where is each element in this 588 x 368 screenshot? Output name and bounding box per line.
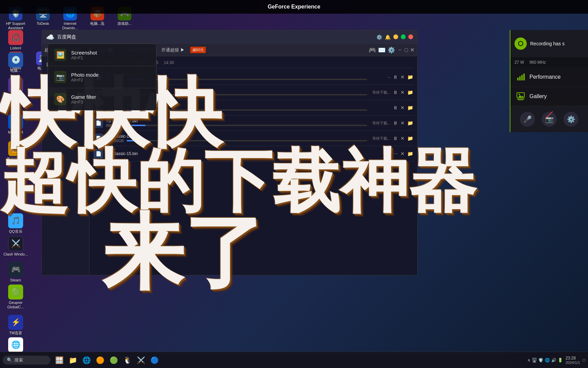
photomode-icon: 📷 [54,71,66,83]
actions-16: ⏸ ✕ 📁 [393,136,413,141]
nav-minimize[interactable]: － [397,46,403,53]
sidebar-icon-dianao[interactable]: 💿 电脑... [3,52,28,73]
cancel-btn-18[interactable]: ✕ [401,105,405,110]
taskbar-start[interactable]: 🪟 [53,354,65,366]
nav-icon-1[interactable]: 🎮 [369,46,376,54]
progress-16 [127,140,367,141]
taskbar-search[interactable]: 🔍 搜索 [3,356,50,365]
geforce-menu-performance[interactable]: Performance [510,67,588,87]
nav-icon-3[interactable]: ⚙️ [388,46,395,54]
cancel-btn-17[interactable]: ✕ [401,120,405,126]
window-minimize-btn[interactable] [393,34,398,39]
svg-rect-1 [519,76,521,80]
folder-btn-19[interactable]: 📁 [407,90,413,95]
geforce-settings-btn[interactable]: ⚙️ [564,112,578,127]
taskbar-qq[interactable]: 🐧 [121,354,133,366]
cam-icon: 📷 [545,115,554,123]
geforce-cam-btn[interactable]: 📷 [542,112,557,127]
taskbar-edge[interactable]: 🌐 [80,354,93,366]
folder-btn-16[interactable]: 📁 [407,136,413,141]
actions-18: ⏸ ✕ 📁 [393,105,413,110]
sidebar-icon-qqmusic[interactable]: 🎵 QQ音乐 [3,213,28,234]
actions-19: ⏸ ✕ 📁 [393,90,413,95]
download-size-17: 08/1.00GB [106,123,124,127]
taskbar-network-icon[interactable]: 🌐 [545,358,550,363]
status-17: 等待下载... [370,121,390,126]
taskbar: 🔍 搜索 🪟 📁 🌐 🟠 🟢 🐧 ⚔️ 🔵 ∧ 🖥️ 🛡️ 🌐 🔊 🔋 23:2… [0,352,588,368]
nav-close[interactable]: ✕ [410,47,414,53]
taskbar-battery-icon[interactable]: 🔋 [558,358,563,363]
sidebar-icon-edge[interactable]: 🌐 Microsoft Edge [3,114,28,139]
geforce-stats: 27 W 960 MHz [510,57,588,67]
screenshot-item-gamefilter[interactable]: 🎨 Game filter Alt+F3 [48,88,156,110]
taskbar-shield-icon[interactable]: 🛡️ [538,358,543,363]
folder-btn-15[interactable]: 📁 [407,151,413,156]
taskbar-app3[interactable]: ⚔️ [135,354,147,366]
sidebar-icon-geforce[interactable]: 🟢 Geuprer GlobalC... [3,285,28,309]
pause-btn-15[interactable]: ⋯ [393,151,398,156]
photomode-shortcut: Alt+F2 [71,78,99,82]
pause-btn-17[interactable]: ⏸ [393,120,398,126]
sidebar-icon-clash[interactable]: ⚔️ Clash Windo... [3,236,28,257]
folder-btn-18[interactable]: 📁 [407,105,413,110]
geforce-wattage: 27 W [514,60,524,65]
taskbar-notification[interactable]: □ [583,358,585,363]
sidebar-icon-sync[interactable]: 🔄 同步... [3,184,28,204]
search-label: 搜索 [14,357,23,363]
nav-maximize[interactable]: □ [405,47,408,53]
geforce-logo-char: ⬡ [518,40,523,47]
photomode-info: Photo mode Alt+F2 [71,72,99,82]
progress-17 [127,125,367,126]
status-19: 等待下载... [370,90,390,95]
pause-btn-18[interactable]: ⏸ [393,105,398,110]
taskbar-sound-icon[interactable]: 🔊 [551,358,556,363]
download-info-16: TS Classic-16.bin 08/1.00GB [106,134,367,143]
baidu-settings-icon[interactable]: ⚙️ [376,34,382,40]
taskbar-baidu[interactable]: 🔵 [148,354,161,366]
sidebar-icon-listeni[interactable]: 🎧 ListenI [3,30,28,50]
sidebar-icon-photo[interactable]: 🖼️ 图片|202... [3,141,28,162]
gamefilter-shortcut: Alt+F3 [71,100,96,105]
performance-icon [516,72,525,82]
status-16: 等待下载... [370,136,390,141]
sidebar-icon-steam[interactable]: 🎮 Steam [3,262,28,282]
folder-btn-1[interactable]: 📁 [407,74,413,80]
taskbar-icons: 🪟 📁 🌐 🟠 🟢 🐧 ⚔️ 🔵 [53,354,161,366]
sidebar-icon-chuanbo[interactable]: 📡 传播 [3,78,28,98]
cancel-btn-15[interactable]: ✕ [401,151,405,156]
mic-icon: 🎤 [523,115,532,123]
gamefilter-info: Game filter Alt+F3 [71,94,96,105]
folder-btn-17[interactable]: 📁 [407,120,413,126]
taskbar-task-icon[interactable]: 🖥️ [532,358,537,363]
download-name-17: TS Classic-17.bin [106,119,367,123]
pause-btn-16[interactable]: ⏸ [393,136,398,141]
taskbar-app2[interactable]: 🟢 [108,354,120,366]
download-icon-16: 📄 [94,134,103,143]
nav-icon-2[interactable]: ✉️ [378,46,386,54]
nav-discount[interactable]: 减60元 [190,47,206,53]
taskbar-explorer[interactable]: 📁 [67,354,79,366]
taskbar-chevron-icon[interactable]: ∧ [527,358,530,363]
download-name-16: TS Classic-16.bin [106,134,367,139]
taskbar-date: 2024/1/1 [566,361,580,365]
download-name-15: TS Classic-15.bin [106,151,367,156]
screenshot-shortcut: Alt+F1 [71,56,97,60]
window-maximize-btn[interactable] [401,34,406,39]
progress-19 [127,94,367,95]
sidebar-icon-thunder[interactable]: ⚡ TM迅雷 [3,315,28,335]
pause-btn-1[interactable]: ⏸ [393,74,398,80]
screenshot-item-photomode[interactable]: 📷 Photo mode Alt+F2 [48,66,156,88]
nav-kaitong[interactable]: 开通超级 ▶ [161,47,185,53]
cancel-btn-19[interactable]: ✕ [401,90,405,95]
screenshot-item-screenshot[interactable]: 🖼️ Screenshot Alt+F1 [48,44,156,66]
cancel-btn-16[interactable]: ✕ [401,136,405,141]
taskbar-app1[interactable]: 🟠 [94,354,106,366]
window-close-btn[interactable] [408,34,413,39]
geforce-menu-gallery[interactable]: Gallery [510,87,588,106]
pause-btn-19[interactable]: ⏸ [393,90,398,95]
geforce-mic-btn[interactable]: 🎤 [520,112,535,127]
geforce-recording-bar: ⬡ Recording has s [510,30,588,57]
baidu-bell-icon[interactable]: 🔔 [385,34,391,40]
download-info-17: TS Classic-17.bin 08/1.00GB [106,119,367,127]
cancel-btn-1[interactable]: ✕ [401,74,405,80]
